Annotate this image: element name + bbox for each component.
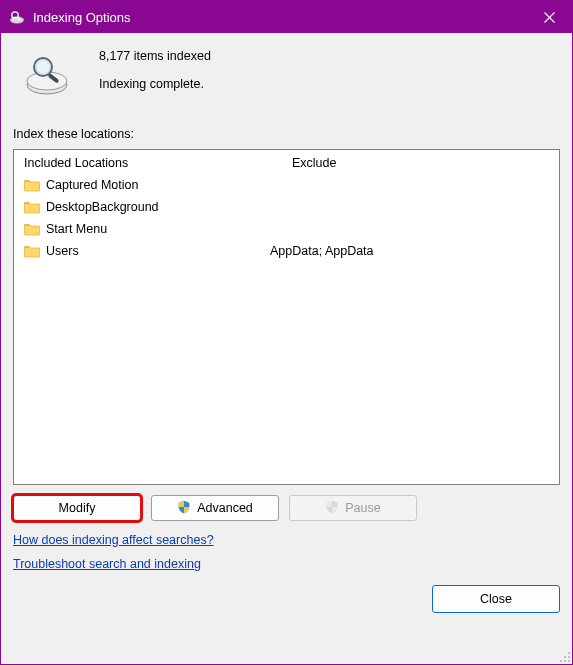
list-item[interactable]: Start Menu xyxy=(24,218,549,240)
modify-label: Modify xyxy=(59,501,96,515)
magnifier-drive-icon xyxy=(23,49,71,97)
list-item[interactable]: Captured Motion xyxy=(24,174,549,196)
folder-icon xyxy=(24,222,40,236)
dialog-content: 8,177 items indexed Indexing complete. I… xyxy=(1,33,572,625)
pause-label: Pause xyxy=(345,501,380,515)
column-exclude[interactable]: Exclude xyxy=(292,156,549,170)
link-troubleshoot[interactable]: Troubleshoot search and indexing xyxy=(13,557,201,571)
location-name: Start Menu xyxy=(46,222,107,236)
locations-label: Index these locations: xyxy=(13,127,560,141)
location-name: Users xyxy=(46,244,79,258)
indexing-state: Indexing complete. xyxy=(99,77,211,91)
column-headers: Included Locations Exclude xyxy=(14,150,559,174)
titlebar: Indexing Options xyxy=(1,1,572,33)
advanced-button[interactable]: Advanced xyxy=(151,495,279,521)
folder-icon xyxy=(24,200,40,214)
shield-icon xyxy=(325,500,339,517)
indexing-options-window: Indexing Options 8,177 items indexed xyxy=(0,0,573,665)
locations-listview[interactable]: Included Locations Exclude Captured Moti… xyxy=(13,149,560,485)
help-links: How does indexing affect searches? Troub… xyxy=(13,533,560,581)
location-name: Captured Motion xyxy=(46,178,138,192)
indexing-app-icon xyxy=(9,9,25,25)
indexed-count: 8,177 items indexed xyxy=(99,49,211,63)
close-button[interactable]: Close xyxy=(432,585,560,613)
close-icon[interactable] xyxy=(526,1,572,33)
folder-icon xyxy=(24,244,40,258)
resize-grip[interactable] xyxy=(559,651,571,663)
folder-icon xyxy=(24,178,40,192)
modify-button[interactable]: Modify xyxy=(13,495,141,521)
svg-point-13 xyxy=(560,660,562,662)
dialog-footer: Close xyxy=(13,585,560,613)
svg-point-15 xyxy=(568,660,570,662)
status-row: 8,177 items indexed Indexing complete. xyxy=(13,45,560,127)
location-name: DesktopBackground xyxy=(46,200,159,214)
shield-icon xyxy=(177,500,191,517)
list-item[interactable]: DesktopBackground xyxy=(24,196,549,218)
list-item[interactable]: Users AppData; AppData xyxy=(24,240,549,262)
advanced-label: Advanced xyxy=(197,501,253,515)
button-row: Modify Advanced xyxy=(13,495,560,521)
svg-point-10 xyxy=(568,652,570,654)
locations-body: Captured Motion DesktopBackground Start … xyxy=(14,174,559,484)
status-text: 8,177 items indexed Indexing complete. xyxy=(99,49,211,91)
location-exclude: AppData; AppData xyxy=(270,244,549,258)
svg-point-8 xyxy=(37,61,49,73)
svg-point-14 xyxy=(564,660,566,662)
svg-point-11 xyxy=(564,656,566,658)
svg-point-12 xyxy=(568,656,570,658)
link-how-indexing[interactable]: How does indexing affect searches? xyxy=(13,533,214,547)
window-title: Indexing Options xyxy=(33,10,526,25)
column-included[interactable]: Included Locations xyxy=(24,156,292,170)
close-label: Close xyxy=(480,592,512,606)
pause-button: Pause xyxy=(289,495,417,521)
